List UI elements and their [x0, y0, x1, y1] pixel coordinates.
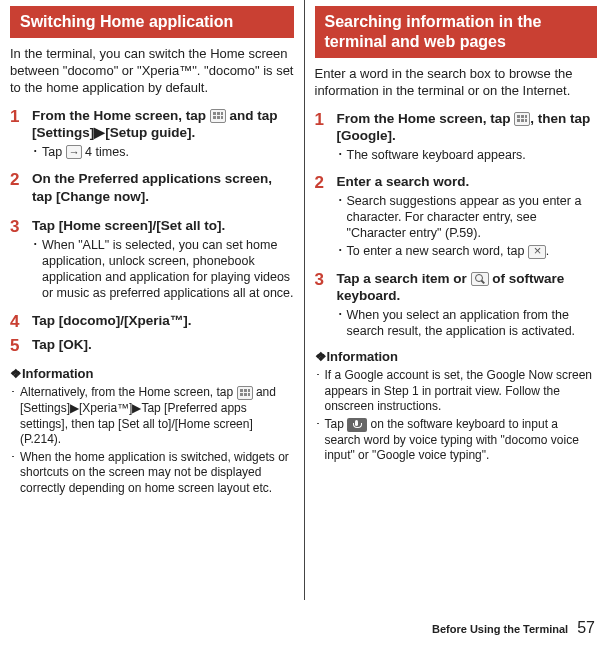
bullet-text: To enter a new search word, tap: [347, 244, 528, 258]
right-step-3: 3 Tap a search item or of software keybo…: [315, 270, 598, 340]
bullet-text: .: [546, 244, 549, 258]
left-header: Switching Home application: [10, 6, 294, 38]
step-bullet: ･ When you select an application from th…: [337, 307, 598, 340]
step-title: Enter a search word.: [337, 173, 598, 191]
bullet-dot: ･: [10, 385, 20, 447]
left-column: Switching Home application In the termin…: [0, 0, 305, 600]
search-icon: [471, 272, 489, 286]
left-step-4: 4 Tap [docomo]/[Xperia™].: [10, 312, 294, 332]
step-bullet: ･ The software keyboard appears.: [337, 147, 598, 163]
right-column: Searching information in the terminal an…: [305, 0, 610, 600]
bullet-text: When "ALL" is selected, you can set home…: [42, 237, 294, 302]
info-text: [Xperia™]: [79, 401, 132, 415]
bullet-text: Search suggestions appear as you enter a…: [347, 193, 598, 242]
step-title-text: From the Home screen, tap: [32, 108, 210, 123]
bullet-dot: ･: [337, 307, 347, 340]
bullet-dot: ･: [32, 237, 42, 302]
footer-label: Before Using the Terminal: [432, 623, 568, 635]
apps-grid-icon: [237, 386, 253, 400]
right-info-header: ❖Information: [315, 349, 598, 364]
step-title: From the Home screen, tap and tap [Setti…: [32, 107, 294, 142]
left-step-3: 3 Tap [Home screen]/[Set all to]. ･ When…: [10, 217, 294, 302]
bullet-text: When you select an application from the …: [347, 307, 598, 340]
bullet-dot: ･: [337, 193, 347, 242]
step-number: 1: [10, 107, 32, 160]
apps-grid-icon: [210, 109, 226, 123]
triangle-icon: ▶: [70, 401, 79, 415]
bullet-dot: ･: [315, 417, 325, 464]
left-step-1: 1 From the Home screen, tap and tap [Set…: [10, 107, 294, 160]
bullet-dot: ･: [32, 144, 42, 160]
step-title: On the Preferred applications screen, ta…: [32, 170, 294, 205]
info-bullet: ･ When the home application is switched,…: [10, 450, 294, 497]
right-step-1: 1 From the Home screen, tap , then tap […: [315, 110, 598, 163]
clear-x-icon: [528, 245, 546, 259]
step-title: Tap [OK].: [32, 336, 294, 354]
left-intro: In the terminal, you can switch the Home…: [10, 46, 294, 97]
right-intro: Enter a word in the search box to browse…: [315, 66, 598, 100]
bullet-dot: ･: [337, 147, 347, 163]
step-bullet: ･ To enter a new search word, tap .: [337, 243, 598, 259]
bullet-dot: ･: [337, 243, 347, 259]
bullet-text: The software keyboard appears.: [347, 147, 598, 163]
apps-grid-icon: [514, 112, 530, 126]
step-number: 3: [315, 270, 337, 340]
page-number: 57: [577, 619, 595, 636]
info-text: If a Google account is set, the Google N…: [325, 368, 598, 415]
step-title: Tap [docomo]/[Xperia™].: [32, 312, 294, 330]
microphone-icon: [347, 418, 367, 432]
step-bullet: ･ When "ALL" is selected, you can set ho…: [32, 237, 294, 302]
step-title: Tap a search item or of software keyboar…: [337, 270, 598, 305]
info-text: Alternatively, from the Home screen, tap: [20, 385, 237, 399]
page-footer: Before Using the Terminal 57: [432, 619, 595, 637]
step-bullet: ･ Search suggestions appear as you enter…: [337, 193, 598, 242]
arrow-right-icon: [66, 145, 82, 159]
step-bullet: ･ Tap 4 times.: [32, 144, 294, 160]
right-step-2: 2 Enter a search word. ･ Search suggesti…: [315, 173, 598, 260]
info-bullet: ･ Tap on the software keyboard to input …: [315, 417, 598, 464]
info-text: When the home application is switched, w…: [20, 450, 294, 497]
info-bullet: ･ If a Google account is set, the Google…: [315, 368, 598, 415]
step-title: From the Home screen, tap , then tap [Go…: [337, 110, 598, 145]
step-number: 2: [315, 173, 337, 260]
triangle-icon: ▶: [94, 125, 105, 140]
step-title-text: [Setup guide].: [105, 125, 195, 140]
left-step-5: 5 Tap [OK].: [10, 336, 294, 356]
step-number: 2: [10, 170, 32, 207]
step-title: Tap [Home screen]/[Set all to].: [32, 217, 294, 235]
bullet-dot: ･: [10, 450, 20, 497]
right-header: Searching information in the terminal an…: [315, 6, 598, 58]
step-title-text: From the Home screen, tap: [337, 111, 515, 126]
bullet-text: Tap: [42, 145, 66, 159]
step-number: 4: [10, 312, 32, 332]
step-number: 1: [315, 110, 337, 163]
info-text: Tap: [325, 417, 348, 431]
bullet-text: 4 times.: [82, 145, 129, 159]
info-bullet: ･ Alternatively, from the Home screen, t…: [10, 385, 294, 447]
step-number: 5: [10, 336, 32, 356]
step-title-text: Tap a search item or: [337, 271, 471, 286]
left-step-2: 2 On the Preferred applications screen, …: [10, 170, 294, 207]
bullet-dot: ･: [315, 368, 325, 415]
left-info-header: ❖Information: [10, 366, 294, 381]
step-number: 3: [10, 217, 32, 302]
